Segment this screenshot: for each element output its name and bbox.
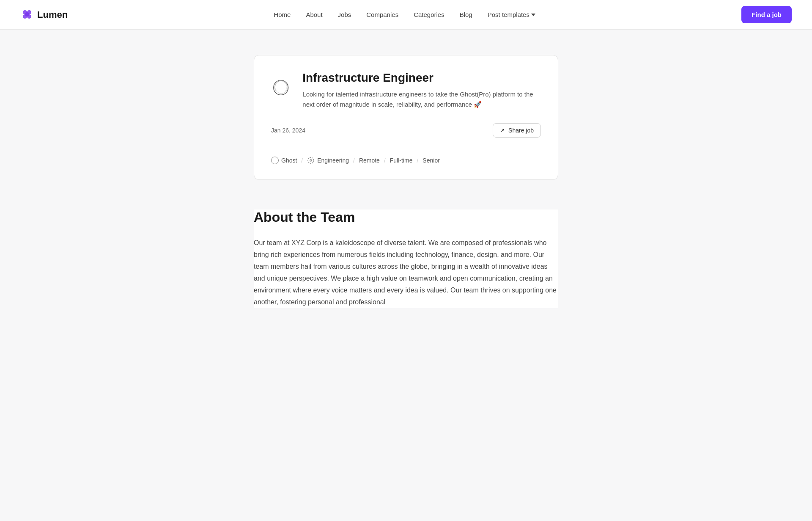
nav-post-templates-label: Post templates: [488, 11, 529, 18]
about-text: Our team at XYZ Corp is a kaleidoscope o…: [254, 237, 558, 308]
site-header: Lumen Home About Jobs Companies Categori…: [0, 0, 812, 30]
svg-point-4: [25, 12, 29, 17]
svg-point-8: [310, 160, 312, 161]
share-icon: ↗︎: [500, 127, 505, 134]
nav-item-home[interactable]: Home: [274, 11, 291, 18]
tag-senior: Senior: [422, 157, 439, 164]
job-info: Infrastructure Engineer Looking for tale…: [302, 71, 541, 110]
tag-engineering-label: Engineering: [317, 157, 349, 164]
tag-separator-3: /: [384, 157, 386, 164]
company-logo: [271, 71, 291, 105]
svg-point-6: [275, 81, 288, 94]
logo-area[interactable]: Lumen: [20, 8, 68, 22]
about-title: About the Team: [254, 210, 558, 225]
job-description: Looking for talented infrastructure engi…: [302, 89, 541, 110]
nav-item-jobs[interactable]: Jobs: [338, 11, 351, 18]
job-card: Infrastructure Engineer Looking for tale…: [254, 55, 558, 180]
share-job-button[interactable]: ↗︎ Share job: [493, 123, 541, 138]
tag-separator-1: /: [301, 157, 303, 164]
ghost-company-icon: [271, 157, 279, 164]
job-date: Jan 26, 2024: [271, 127, 305, 134]
find-job-button[interactable]: Find a job: [741, 6, 792, 23]
svg-point-7: [308, 157, 314, 163]
tag-separator-4: /: [417, 157, 418, 164]
tag-remote: Remote: [359, 157, 380, 164]
job-card-top: Infrastructure Engineer Looking for tale…: [271, 71, 541, 110]
tag-senior-label: Senior: [422, 157, 439, 164]
nav-post-templates-dropdown[interactable]: Post templates: [488, 11, 535, 18]
share-job-label: Share job: [508, 127, 534, 134]
job-meta-row: Jan 26, 2024 ↗︎ Share job: [271, 121, 541, 138]
chevron-down-icon: [531, 14, 535, 16]
tag-fulltime: Full-time: [390, 157, 413, 164]
nav-item-companies[interactable]: Companies: [366, 11, 398, 18]
about-section: About the Team Our team at XYZ Corp is a…: [254, 210, 558, 308]
nav-item-blog[interactable]: Blog: [460, 11, 472, 18]
nav-item-categories[interactable]: Categories: [414, 11, 444, 18]
main-content: Infrastructure Engineer Looking for tale…: [245, 30, 567, 334]
main-nav: Home About Jobs Companies Categories Blo…: [274, 11, 535, 18]
job-tags: Ghost / Engineering / Remote /: [271, 148, 541, 164]
tag-separator-2: /: [353, 157, 355, 164]
tag-remote-label: Remote: [359, 157, 380, 164]
tag-fulltime-label: Full-time: [390, 157, 413, 164]
job-title: Infrastructure Engineer: [302, 71, 541, 85]
tag-engineering: Engineering: [307, 157, 349, 164]
tag-ghost-label: Ghost: [281, 157, 297, 164]
logo-text: Lumen: [37, 9, 68, 20]
nav-item-about[interactable]: About: [306, 11, 322, 18]
engineering-category-icon: [307, 157, 315, 164]
lumen-logo-icon: [20, 8, 34, 22]
svg-point-5: [274, 80, 288, 95]
tag-ghost: Ghost: [271, 157, 297, 164]
